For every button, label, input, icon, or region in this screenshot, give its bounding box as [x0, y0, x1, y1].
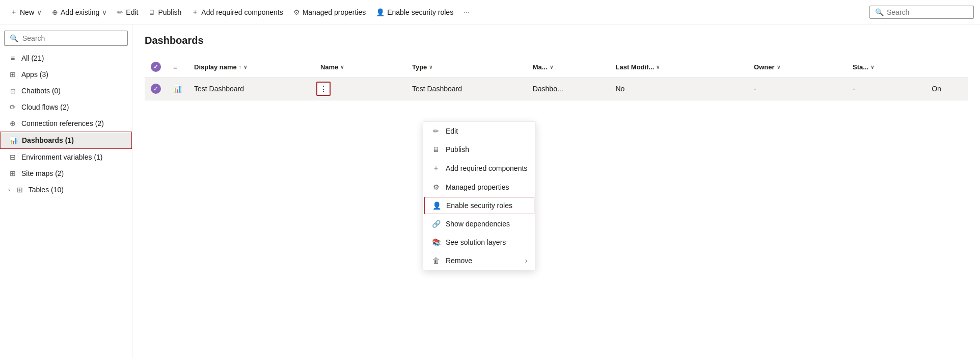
publish-icon: 🖥 — [148, 8, 155, 16]
new-button[interactable]: ＋ New ∨ — [6, 5, 46, 19]
type-header[interactable]: Type ∨ — [406, 57, 527, 78]
enable-security-button[interactable]: 👤 Enable security roles — [372, 6, 457, 19]
context-menu: ✏ Edit 🖥 Publish ＋ Add required componen… — [423, 121, 536, 270]
site-maps-icon: ⊞ — [8, 169, 17, 177]
status-filter-icon: ∨ — [870, 64, 874, 70]
env-vars-icon: ⊟ — [8, 153, 17, 161]
sidebar-item-site-maps[interactable]: ⊞ Site maps (2) — [0, 165, 132, 182]
all-icon: ≡ — [8, 54, 17, 62]
edit-button[interactable]: ✏ Edit — [113, 6, 142, 19]
remove-menu-icon: 🗑 — [431, 257, 441, 265]
table-row[interactable]: ✓ 📊 Test Dashboard ⋮ Test Dashboard — [145, 78, 968, 100]
apps-icon: ⊞ — [8, 70, 17, 79]
toolbar-search-input[interactable] — [887, 8, 968, 16]
list-view-header: ≡ — [167, 57, 188, 78]
row-name: Test Dashboard — [406, 78, 527, 100]
sidebar-item-all[interactable]: ≡ All (21) — [0, 50, 132, 66]
add-required-menu-icon: ＋ — [431, 164, 441, 173]
display-name-header[interactable]: Display name ↑ ∨ — [188, 57, 314, 78]
chatbots-icon: ⊡ — [8, 87, 17, 95]
table-header-row: ✓ ≡ Display name ↑ ∨ — [145, 57, 968, 78]
publish-button[interactable]: 🖥 Publish — [144, 6, 185, 19]
sidebar-item-environment-variables[interactable]: ⊟ Environment variables (1) — [0, 149, 132, 165]
sidebar-search-box[interactable]: 🔍 — [4, 31, 128, 46]
type-filter-icon: ∨ — [429, 64, 432, 70]
edit-menu-icon: ✏ — [431, 127, 441, 135]
context-menu-enable-security[interactable]: 👤 Enable security roles — [424, 197, 534, 214]
row-display-name: Test Dashboard — [188, 78, 314, 100]
add-existing-button[interactable]: ⊕ Add existing ∨ — [48, 6, 111, 19]
context-menu-add-required[interactable]: ＋ Add required components — [423, 159, 535, 178]
toolbar: ＋ New ∨ ⊕ Add existing ∨ ✏ Edit 🖥 Publis… — [0, 0, 980, 24]
plus-icon: ＋ — [10, 8, 17, 17]
dashboards-table: ✓ ≡ Display name ↑ ∨ — [145, 57, 968, 100]
status-header[interactable]: Sta... ∨ — [847, 57, 925, 78]
row-managed: No — [609, 78, 748, 100]
row-status: On — [925, 78, 968, 100]
gear-icon: ⚙ — [293, 8, 300, 16]
select-all-header[interactable]: ✓ — [145, 57, 167, 78]
main-layout: 🔍 ≡ All (21) ⊞ Apps (3) ⊡ Chatbots (0) ⟳… — [0, 24, 980, 358]
managed-header[interactable]: Ma... ∨ — [527, 57, 610, 78]
context-menu-see-solution-layers[interactable]: 📚 See solution layers — [423, 233, 535, 251]
context-menu-managed-properties[interactable]: ⚙ Managed properties — [423, 178, 535, 196]
solution-layers-menu-icon: 📚 — [431, 238, 441, 246]
context-menu-show-dependencies[interactable]: 🔗 Show dependencies — [423, 215, 535, 233]
cloud-flows-icon: ⟳ — [8, 103, 17, 111]
display-name-sort-icon: ↑ — [239, 64, 241, 70]
sidebar-item-chatbots[interactable]: ⊡ Chatbots (0) — [0, 83, 132, 99]
row-context-menu-button[interactable]: ⋮ — [316, 82, 331, 96]
sidebar-item-dashboards[interactable]: 📊 Dashboards (1) — [0, 132, 132, 149]
connection-ref-icon: ⊕ — [8, 119, 17, 127]
managed-properties-button[interactable]: ⚙ Managed properties — [289, 6, 370, 19]
content-area: Dashboards ✓ ≡ Display name ↑ — [132, 24, 980, 358]
page-title: Dashboards — [145, 35, 968, 46]
sidebar-item-tables[interactable]: › ⊞ Tables (10) — [0, 182, 132, 198]
show-deps-menu-icon: 🔗 — [431, 220, 441, 228]
managed-filter-icon: ∨ — [550, 64, 553, 70]
name-filter-icon: ∨ — [340, 64, 344, 70]
sidebar-item-apps[interactable]: ⊞ Apps (3) — [0, 66, 132, 83]
context-menu-publish[interactable]: 🖥 Publish — [423, 140, 535, 159]
remove-arrow-icon: › — [525, 257, 528, 265]
toolbar-search-box[interactable]: 🔍 — [869, 6, 974, 19]
add-required-icon: ＋ — [192, 8, 199, 17]
managed-props-menu-icon: ⚙ — [431, 183, 441, 191]
last-modified-filter-icon: ∨ — [656, 64, 660, 70]
row-type: Dashbo... — [527, 78, 610, 100]
owner-filter-icon: ∨ — [777, 64, 780, 70]
context-menu-edit[interactable]: ✏ Edit — [423, 122, 535, 140]
row-select[interactable]: ✓ — [145, 78, 167, 100]
tables-icon: ⊞ — [15, 186, 24, 194]
last-modified-header[interactable]: Last Modif... ∨ — [609, 57, 748, 78]
display-name-filter-icon: ∨ — [243, 64, 247, 70]
row-last-modified: - — [748, 78, 847, 100]
sidebar-item-cloud-flows[interactable]: ⟳ Cloud flows (2) — [0, 99, 132, 115]
context-menu-remove[interactable]: 🗑 Remove › — [423, 251, 535, 270]
sidebar-search-icon: 🔍 — [10, 34, 18, 42]
dashboards-icon: 📊 — [9, 136, 18, 144]
sidebar: 🔍 ≡ All (21) ⊞ Apps (3) ⊡ Chatbots (0) ⟳… — [0, 24, 132, 358]
more-button[interactable]: ··· — [459, 6, 474, 19]
edit-icon: ✏ — [117, 8, 123, 16]
enable-security-menu-icon: 👤 — [432, 201, 441, 210]
owner-header[interactable]: Owner ∨ — [748, 57, 847, 78]
security-icon: 👤 — [376, 8, 385, 16]
row-owner: - — [847, 78, 925, 100]
row-kebab-cell[interactable]: ⋮ — [314, 78, 406, 100]
add-required-button[interactable]: ＋ Add required components — [187, 5, 287, 19]
search-icon: 🔍 — [875, 8, 884, 16]
sidebar-search-input[interactable] — [22, 34, 122, 42]
sidebar-item-connection-references[interactable]: ⊕ Connection references (2) — [0, 115, 132, 132]
row-icon-cell: 📊 — [167, 78, 188, 100]
list-view-icon: ≡ — [173, 63, 177, 71]
name-header[interactable]: Name ∨ — [314, 57, 406, 78]
expand-tables-icon: › — [8, 187, 10, 193]
add-existing-chevron-icon: ∨ — [102, 8, 107, 16]
new-chevron-icon: ∨ — [37, 8, 42, 16]
dashboard-row-icon: 📊 — [173, 85, 182, 93]
publish-menu-icon: 🖥 — [431, 145, 441, 154]
add-existing-icon: ⊕ — [52, 8, 58, 16]
